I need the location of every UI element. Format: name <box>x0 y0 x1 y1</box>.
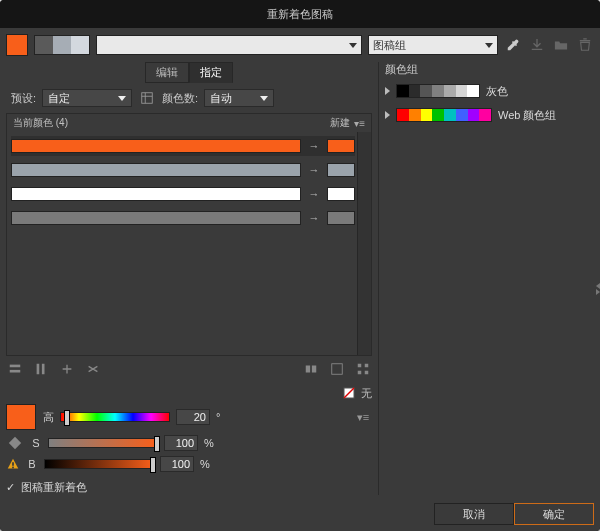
new-row-icon[interactable] <box>328 360 346 378</box>
chevron-down-icon <box>349 43 357 48</box>
panel-menu-icon[interactable]: ▾≡ <box>354 118 365 129</box>
color-group-swatch <box>396 84 480 98</box>
active-color-swatch[interactable] <box>6 34 28 56</box>
color-group-name: Web 颜色组 <box>498 108 556 123</box>
color-group-name: 灰色 <box>486 84 508 99</box>
bri-input[interactable]: 100 <box>160 456 194 472</box>
window-title: 重新着色图稿 <box>267 7 333 22</box>
color-group-row[interactable]: Web 颜色组 <box>385 105 594 125</box>
folder-icon[interactable] <box>552 36 570 54</box>
svg-rect-1 <box>10 365 21 368</box>
titlebar: 重新着色图稿 <box>0 0 600 28</box>
tabs: 编辑 指定 <box>6 62 372 83</box>
out-of-gamut-icon[interactable] <box>6 457 20 471</box>
merge-icon[interactable] <box>58 360 76 378</box>
source-color-bar[interactable] <box>11 211 301 225</box>
svg-rect-3 <box>37 364 40 375</box>
color-mapping-panel: 当前颜色 (4) 新建 ▾≡ →→→→ <box>6 113 372 356</box>
current-colors-label: 当前颜色 (4) <box>13 116 68 130</box>
svg-rect-14 <box>9 437 21 449</box>
panel-scrollbar[interactable] <box>357 132 371 355</box>
recolor-checkbox-label[interactable]: 图稿重新着色 <box>21 480 87 495</box>
color-mode-icon[interactable]: ▾≡ <box>354 408 372 426</box>
source-color-bar[interactable] <box>11 139 301 153</box>
svg-rect-9 <box>365 364 369 368</box>
color-group-dropdown[interactable]: 图稿组 <box>368 35 498 55</box>
svg-rect-5 <box>306 366 310 373</box>
svg-rect-10 <box>358 371 362 375</box>
top-row: 图稿组 <box>6 34 594 56</box>
sat-input[interactable]: 100 <box>164 435 198 451</box>
ok-button[interactable]: 确定 <box>514 503 594 525</box>
chevron-down-icon <box>118 96 126 101</box>
recolor-checkbox-row: ✓ 图稿重新着色 <box>6 480 372 495</box>
arrow-right-icon[interactable]: → <box>307 140 321 152</box>
colors-value: 自动 <box>210 91 232 106</box>
color-row[interactable]: → <box>11 136 355 156</box>
source-color-bar[interactable] <box>11 187 301 201</box>
svg-rect-15 <box>12 462 14 466</box>
target-color-swatch[interactable] <box>327 187 355 201</box>
exclude-icon[interactable] <box>302 360 320 378</box>
bri-slider[interactable] <box>44 459 154 469</box>
recolor-dialog: 重新着色图稿 图稿组 <box>0 0 600 531</box>
panel-resize-handle[interactable] <box>596 283 600 293</box>
new-colors-label: 新建 <box>330 116 350 130</box>
chevron-down-icon <box>260 96 268 101</box>
footer: 取消 确定 <box>6 503 594 525</box>
swatches-icon[interactable] <box>354 360 372 378</box>
dialog-body: 图稿组 编辑 指定 <box>0 28 600 531</box>
color-group-swatch <box>396 108 492 122</box>
tab-assign[interactable]: 指定 <box>189 62 233 83</box>
arrow-right-icon[interactable]: → <box>307 164 321 176</box>
current-color-slab[interactable] <box>6 404 36 430</box>
trash-icon[interactable] <box>576 36 594 54</box>
preset-value: 自定 <box>48 91 70 106</box>
svg-rect-8 <box>358 364 362 368</box>
cancel-button[interactable]: 取消 <box>434 503 514 525</box>
eyedropper-icon[interactable] <box>504 36 522 54</box>
hue-slider[interactable] <box>60 412 170 422</box>
preset-label: 预设: <box>6 91 36 106</box>
svg-rect-0 <box>142 93 153 104</box>
svg-rect-2 <box>10 370 21 373</box>
sat-slider[interactable] <box>48 438 158 448</box>
global-color-icon[interactable] <box>6 434 24 452</box>
disclosure-triangle-icon[interactable] <box>385 111 390 119</box>
bri-row: B 100 % <box>6 456 372 472</box>
preset-options-icon[interactable] <box>138 89 156 107</box>
artwork-colors-strip[interactable] <box>34 35 90 55</box>
panel-head: 当前颜色 (4) 新建 ▾≡ <box>7 114 371 132</box>
none-icon[interactable] <box>340 384 358 402</box>
column-view-icon[interactable] <box>32 360 50 378</box>
panel-tools <box>6 360 372 378</box>
hue-unit: ° <box>216 411 220 423</box>
arrow-right-icon[interactable]: → <box>307 188 321 200</box>
color-row[interactable]: → <box>11 208 355 228</box>
colors-select[interactable]: 自动 <box>204 89 274 107</box>
split-icon[interactable] <box>84 360 102 378</box>
arrow-right-icon[interactable]: → <box>307 212 321 224</box>
target-color-swatch[interactable] <box>327 211 355 225</box>
checkmark-icon[interactable]: ✓ <box>6 481 15 494</box>
colors-label: 颜色数: <box>162 91 198 106</box>
bri-unit: % <box>200 458 210 470</box>
target-color-swatch[interactable] <box>327 163 355 177</box>
color-group-row[interactable]: 灰色 <box>385 81 594 101</box>
color-row[interactable]: → <box>11 184 355 204</box>
color-group-list: 灰色Web 颜色组 <box>385 81 594 495</box>
disclosure-triangle-icon[interactable] <box>385 87 390 95</box>
save-group-icon[interactable] <box>528 36 546 54</box>
svg-rect-11 <box>365 371 369 375</box>
hue-input[interactable]: 20 <box>176 409 210 425</box>
source-color-bar[interactable] <box>11 163 301 177</box>
row-view-icon[interactable] <box>6 360 24 378</box>
sat-row: S 100 % <box>6 434 372 452</box>
color-rows: →→→→ <box>7 132 357 355</box>
svg-rect-16 <box>12 467 14 469</box>
color-row[interactable]: → <box>11 160 355 180</box>
tab-edit[interactable]: 编辑 <box>145 62 189 83</box>
artwork-colors-dropdown[interactable] <box>96 35 362 55</box>
preset-select[interactable]: 自定 <box>42 89 132 107</box>
target-color-swatch[interactable] <box>327 139 355 153</box>
